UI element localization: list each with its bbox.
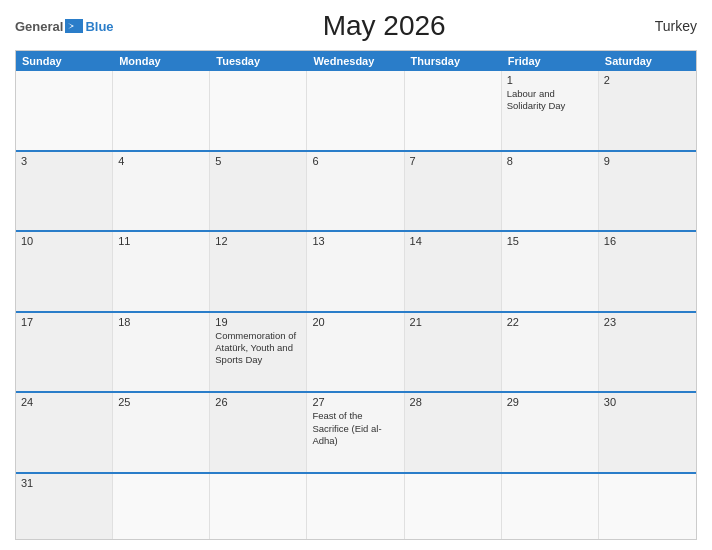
weekday-header: Wednesday (307, 51, 404, 71)
day-number: 14 (410, 235, 496, 247)
header: General Blue May 2026 Turkey (15, 10, 697, 42)
calendar-cell: 17 (16, 313, 113, 392)
calendar-cell: 15 (502, 232, 599, 311)
calendar-cell: 14 (405, 232, 502, 311)
calendar-cell: 29 (502, 393, 599, 472)
calendar-body: 1Labour and Solidarity Day23456789101112… (16, 71, 696, 539)
day-number: 15 (507, 235, 593, 247)
day-number: 22 (507, 316, 593, 328)
day-number: 29 (507, 396, 593, 408)
calendar-cell (502, 474, 599, 539)
logo-general-text: General (15, 19, 63, 34)
day-number: 23 (604, 316, 691, 328)
calendar-cell (307, 71, 404, 150)
weekday-header: Monday (113, 51, 210, 71)
day-number: 27 (312, 396, 398, 408)
calendar-cell: 21 (405, 313, 502, 392)
calendar-cell: 5 (210, 152, 307, 231)
day-number: 4 (118, 155, 204, 167)
calendar-cell (405, 71, 502, 150)
logo: General Blue (15, 19, 114, 34)
calendar-cell: 31 (16, 474, 113, 539)
calendar-cell: 3 (16, 152, 113, 231)
day-number: 3 (21, 155, 107, 167)
calendar: SundayMondayTuesdayWednesdayThursdayFrid… (15, 50, 697, 540)
country-label: Turkey (655, 18, 697, 34)
day-number: 18 (118, 316, 204, 328)
day-number: 21 (410, 316, 496, 328)
weekday-header: Saturday (599, 51, 696, 71)
calendar-cell: 28 (405, 393, 502, 472)
day-number: 20 (312, 316, 398, 328)
calendar-cell (113, 474, 210, 539)
calendar-cell (210, 474, 307, 539)
calendar-cell: 8 (502, 152, 599, 231)
weekday-header: Thursday (405, 51, 502, 71)
day-number: 30 (604, 396, 691, 408)
day-number: 13 (312, 235, 398, 247)
calendar-header: SundayMondayTuesdayWednesdayThursdayFrid… (16, 51, 696, 71)
calendar-cell: 16 (599, 232, 696, 311)
calendar-cell (307, 474, 404, 539)
calendar-cell: 7 (405, 152, 502, 231)
calendar-week: 24252627Feast of the Sacrifice (Eid al-A… (16, 391, 696, 472)
calendar-cell: 4 (113, 152, 210, 231)
calendar-cell: 26 (210, 393, 307, 472)
calendar-cell: 19Commemoration of Atatürk, Youth and Sp… (210, 313, 307, 392)
calendar-week: 10111213141516 (16, 230, 696, 311)
calendar-cell: 12 (210, 232, 307, 311)
calendar-cell: 23 (599, 313, 696, 392)
event-label: Commemoration of Atatürk, Youth and Spor… (215, 330, 301, 367)
calendar-cell (405, 474, 502, 539)
day-number: 25 (118, 396, 204, 408)
calendar-cell: 18 (113, 313, 210, 392)
calendar-cell: 10 (16, 232, 113, 311)
day-number: 5 (215, 155, 301, 167)
month-title: May 2026 (114, 10, 655, 42)
day-number: 19 (215, 316, 301, 328)
day-number: 11 (118, 235, 204, 247)
svg-rect-1 (65, 26, 83, 33)
calendar-week: 171819Commemoration of Atatürk, Youth an… (16, 311, 696, 392)
day-number: 10 (21, 235, 107, 247)
logo-blue-text: Blue (85, 19, 113, 34)
day-number: 12 (215, 235, 301, 247)
calendar-cell: 25 (113, 393, 210, 472)
calendar-cell: 6 (307, 152, 404, 231)
calendar-cell: 1Labour and Solidarity Day (502, 71, 599, 150)
calendar-cell: 11 (113, 232, 210, 311)
event-label: Feast of the Sacrifice (Eid al-Adha) (312, 410, 398, 447)
day-number: 31 (21, 477, 107, 489)
weekday-header: Sunday (16, 51, 113, 71)
calendar-cell: 24 (16, 393, 113, 472)
day-number: 9 (604, 155, 691, 167)
day-number: 16 (604, 235, 691, 247)
svg-rect-0 (65, 19, 83, 26)
calendar-week: 3456789 (16, 150, 696, 231)
weekday-header: Tuesday (210, 51, 307, 71)
calendar-cell: 2 (599, 71, 696, 150)
calendar-cell: 20 (307, 313, 404, 392)
event-label: Labour and Solidarity Day (507, 88, 593, 113)
calendar-week: 31 (16, 472, 696, 539)
calendar-cell: 13 (307, 232, 404, 311)
day-number: 1 (507, 74, 593, 86)
calendar-cell (210, 71, 307, 150)
calendar-cell: 27Feast of the Sacrifice (Eid al-Adha) (307, 393, 404, 472)
calendar-cell: 30 (599, 393, 696, 472)
calendar-cell (599, 474, 696, 539)
day-number: 6 (312, 155, 398, 167)
calendar-page: General Blue May 2026 Turkey SundayMonda… (0, 0, 712, 550)
day-number: 26 (215, 396, 301, 408)
day-number: 17 (21, 316, 107, 328)
day-number: 2 (604, 74, 691, 86)
calendar-cell (16, 71, 113, 150)
day-number: 24 (21, 396, 107, 408)
calendar-week: 1Labour and Solidarity Day2 (16, 71, 696, 150)
day-number: 28 (410, 396, 496, 408)
day-number: 7 (410, 155, 496, 167)
day-number: 8 (507, 155, 593, 167)
weekday-header: Friday (502, 51, 599, 71)
logo-flag-icon (65, 19, 83, 33)
calendar-cell: 22 (502, 313, 599, 392)
